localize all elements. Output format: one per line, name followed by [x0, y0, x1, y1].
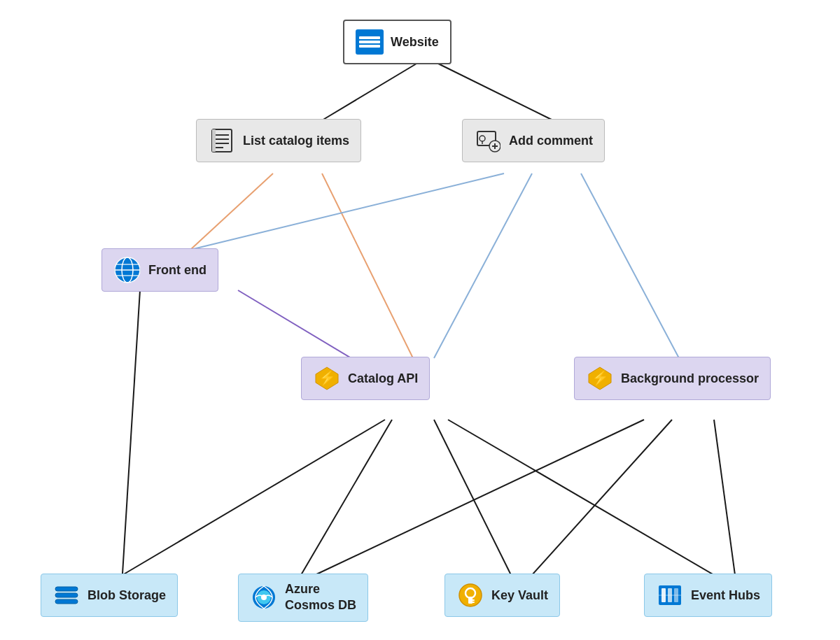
svg-line-11	[434, 420, 511, 575]
event-hubs-label: Event Hubs	[691, 588, 760, 603]
list-catalog-icon	[208, 127, 236, 155]
architecture-diagram: Website List catalog items	[0, 0, 840, 640]
bg-processor-node: ⚡ Background processor	[574, 357, 771, 400]
list-catalog-label: List catalog items	[243, 134, 349, 148]
svg-line-15	[714, 420, 735, 575]
add-comment-label: Add comment	[509, 134, 593, 148]
event-hubs-node: Event Hubs	[644, 574, 772, 617]
svg-line-2	[190, 173, 273, 250]
website-node: Website	[343, 20, 451, 64]
svg-line-0	[322, 62, 420, 120]
frontend-node: Front end	[102, 248, 218, 292]
list-catalog-node: List catalog items	[196, 119, 361, 162]
cosmos-db-icon	[250, 583, 278, 611]
connection-lines	[0, 0, 840, 640]
frontend-icon	[113, 256, 141, 284]
svg-rect-39	[55, 587, 78, 591]
catalog-api-label: Catalog API	[348, 371, 418, 386]
key-vault-icon	[456, 581, 484, 609]
frontend-label: Front end	[148, 263, 206, 278]
svg-line-1	[434, 62, 553, 120]
svg-text:⚡: ⚡	[318, 369, 336, 386]
svg-line-8	[122, 290, 140, 574]
svg-rect-53	[472, 602, 475, 603]
bg-processor-label: Background processor	[621, 371, 759, 386]
svg-rect-41	[55, 599, 78, 604]
add-comment-icon	[474, 127, 502, 155]
blob-storage-icon	[52, 581, 80, 609]
svg-line-10	[301, 420, 392, 575]
cosmos-db-node: Azure Cosmos DB	[238, 574, 368, 622]
svg-text:⚡: ⚡	[592, 369, 609, 386]
svg-line-6	[581, 173, 679, 358]
blob-storage-node: Blob Storage	[41, 574, 178, 617]
svg-line-4	[190, 173, 504, 250]
event-hubs-icon	[656, 581, 684, 609]
catalog-api-node: ⚡ Catalog API	[301, 357, 430, 400]
svg-rect-40	[55, 593, 78, 597]
add-comment-node: Add comment	[462, 119, 605, 162]
blob-storage-label: Blob Storage	[88, 588, 166, 603]
svg-rect-52	[472, 599, 475, 601]
key-vault-node: Key Vault	[444, 574, 560, 617]
key-vault-label: Key Vault	[491, 588, 548, 603]
svg-line-3	[322, 173, 413, 358]
svg-rect-21	[212, 129, 216, 152]
svg-line-14	[532, 420, 672, 575]
website-label: Website	[391, 35, 439, 50]
catalog-api-icon: ⚡	[313, 364, 341, 392]
bg-processor-icon: ⚡	[586, 364, 614, 392]
svg-point-26	[479, 136, 485, 141]
svg-line-12	[448, 420, 714, 575]
cosmos-db-label: Azure Cosmos DB	[285, 581, 356, 614]
website-icon	[356, 28, 384, 56]
svg-line-9	[122, 420, 385, 575]
svg-line-13	[315, 420, 644, 575]
svg-line-5	[434, 173, 532, 358]
